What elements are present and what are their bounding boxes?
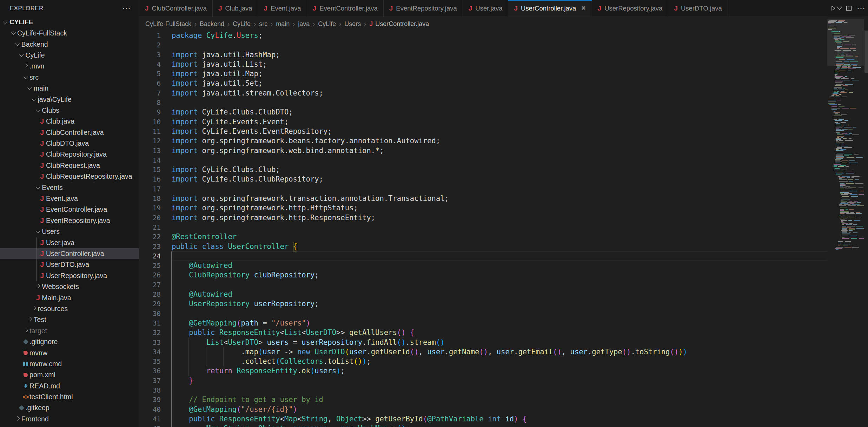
code-line[interactable]: 36return ResponseEntity.ok(users); <box>139 366 864 376</box>
tab-event-java[interactable]: JEvent.java <box>258 0 307 17</box>
breadcrumb-item[interactable]: Users <box>344 20 361 28</box>
code-line[interactable]: 16import CyLife.Clubs.ClubRepository; <box>139 175 864 184</box>
line-number[interactable]: 29 <box>139 299 172 309</box>
code-line-content[interactable]: @RestController <box>172 232 864 242</box>
code-line[interactable]: 18import org.springframework.transaction… <box>139 194 864 203</box>
tab-userdto-java[interactable]: JUserDTO.java <box>668 0 728 17</box>
run-button[interactable] <box>830 5 841 11</box>
folder-chevron-icon[interactable] <box>31 96 38 103</box>
code-line-content[interactable]: public class UserController { <box>172 242 864 251</box>
tree-item-mvnw-cmd[interactable]: mvnw.cmd <box>0 359 139 369</box>
code-line[interactable]: 30 <box>139 309 864 318</box>
code-line[interactable]: 32public ResponseEntity<List<UserDTO>> g… <box>139 328 864 337</box>
code-line[interactable]: 21 <box>139 223 864 232</box>
tree-item-pom-xml[interactable]: pom.xml <box>0 369 139 380</box>
code-line[interactable]: 29UserRepository userRepository; <box>139 299 864 309</box>
code-line-content[interactable] <box>172 40 864 50</box>
tree-item-read-md[interactable]: READ.md <box>0 381 139 392</box>
code-line[interactable]: 9import CyLife.Clubs.ClubDTO; <box>139 107 864 117</box>
tree-item-main[interactable]: main <box>0 83 139 94</box>
tab-club-java[interactable]: JClub.java <box>213 0 258 17</box>
folder-chevron-icon[interactable] <box>26 316 33 324</box>
tree-item-users[interactable]: Users <box>0 226 139 237</box>
code-line-content[interactable]: return ResponseEntity.ok(users); <box>172 366 864 376</box>
code-line-content[interactable]: import java.util.List; <box>172 60 864 69</box>
tab-eventrepository-java[interactable]: JEventRepository.java <box>384 0 463 17</box>
line-number[interactable]: 1 <box>139 31 172 40</box>
tree-item-clubs[interactable]: Clubs <box>0 105 139 116</box>
line-number[interactable]: 30 <box>139 309 172 318</box>
line-number[interactable]: 21 <box>139 223 172 232</box>
more-actions-icon[interactable]: ⋯ <box>857 7 865 10</box>
tree-item-clubrepository-java[interactable]: JClubRepository.java <box>0 149 139 160</box>
line-number[interactable]: 6 <box>139 79 172 88</box>
breadcrumb-item[interactable]: main <box>276 20 290 28</box>
scrollbar-thumb[interactable] <box>864 31 868 73</box>
code-line[interactable]: 31@GetMapping(path = "/users") <box>139 318 864 328</box>
tab-usercontroller-java[interactable]: JUserController.java✕ <box>508 0 592 17</box>
folder-chevron-icon[interactable] <box>34 283 41 291</box>
code-line[interactable]: 33List<UserDTO> users = userRepository.f… <box>139 338 864 347</box>
folder-chevron-icon[interactable] <box>22 73 29 81</box>
tree-item-src[interactable]: src <box>0 72 139 83</box>
code-line[interactable]: 19import org.springframework.http.HttpSt… <box>139 203 864 213</box>
code-line[interactable]: 28@Autowired <box>139 290 864 299</box>
code-line-content[interactable]: package CyLife.Users; <box>172 31 864 40</box>
breadcrumb-item[interactable]: CyLife <box>233 20 251 28</box>
line-number[interactable]: 18 <box>139 194 172 203</box>
code-line-content[interactable]: import java.util.stream.Collectors; <box>172 88 864 98</box>
line-number[interactable]: 4 <box>139 60 172 69</box>
code-line-content[interactable] <box>172 251 864 261</box>
minimap[interactable] <box>827 17 864 427</box>
tree-item-java-cylife[interactable]: java\CyLife <box>0 94 139 105</box>
tree-item-cylife[interactable]: CyLife <box>0 50 139 61</box>
folder-chevron-icon[interactable] <box>14 40 21 48</box>
breadcrumb-item[interactable]: Backend <box>200 20 224 28</box>
tree-item-eventrepository-java[interactable]: JEventRepository.java <box>0 215 139 226</box>
line-number[interactable]: 33 <box>139 338 172 347</box>
code-line[interactable]: 12import org.springframework.beans.facto… <box>139 136 864 146</box>
code-line[interactable]: 1package CyLife.Users; <box>139 31 864 40</box>
tree-item-resources[interactable]: resources <box>0 303 139 314</box>
code-line-content[interactable]: public ResponseEntity<List<UserDTO>> get… <box>172 328 864 337</box>
line-number[interactable]: 34 <box>139 347 172 357</box>
tree-item--gitkeep[interactable]: .gitkeep <box>0 402 139 413</box>
breadcrumb-item[interactable]: CyLife-FullStack <box>145 20 191 28</box>
code-line-content[interactable]: import CyLife.Events.Event; <box>172 117 864 127</box>
tree-item-userdto-java[interactable]: JUserDTO.java <box>0 259 139 270</box>
code-line-content[interactable]: import java.util.Map; <box>172 69 864 79</box>
code-line[interactable]: 17 <box>139 184 864 194</box>
code-line-content[interactable]: import org.springframework.beans.factory… <box>172 136 864 146</box>
tree-item-mvnw[interactable]: mvnw <box>0 347 139 358</box>
line-number[interactable]: 7 <box>139 88 172 98</box>
tree-item-event-java[interactable]: JEvent.java <box>0 193 139 204</box>
code-line[interactable]: 37} <box>139 376 864 386</box>
code-area[interactable]: 1package CyLife.Users;23import java.util… <box>139 31 864 427</box>
code-line-content[interactable]: Map<String, Object> response = new HashM… <box>172 424 864 427</box>
folder-chevron-icon[interactable] <box>10 29 17 37</box>
code-line[interactable]: 42Map<String, Object> response = new Has… <box>139 424 864 427</box>
code-line[interactable]: 4import java.util.List; <box>139 60 864 69</box>
code-line-content[interactable] <box>172 98 864 107</box>
code-line-content[interactable]: @GetMapping("/user/{id}") <box>172 405 864 414</box>
code-line[interactable]: 39// Endpoint to get a user by id <box>139 395 864 405</box>
code-line[interactable]: 6import java.util.Set; <box>139 79 864 88</box>
code-line[interactable]: 5import java.util.Map; <box>139 69 864 79</box>
tree-item-clubcontroller-java[interactable]: JClubController.java <box>0 127 139 138</box>
code-line-content[interactable]: import CyLife.Clubs.ClubRepository; <box>172 175 864 184</box>
code-line[interactable]: 35.collect(Collectors.toList()); <box>139 357 864 366</box>
line-number[interactable]: 24 <box>139 251 172 261</box>
tree-item-websockets[interactable]: Websockets <box>0 281 139 292</box>
code-line[interactable]: 13import org.springframework.web.bind.an… <box>139 146 864 156</box>
split-editor-button[interactable] <box>846 5 852 11</box>
code-line[interactable]: 8 <box>139 98 864 107</box>
tree-item--mvn[interactable]: .mvn <box>0 61 139 72</box>
line-number[interactable]: 35 <box>139 357 172 366</box>
line-number[interactable]: 32 <box>139 328 172 337</box>
code-line[interactable]: 14 <box>139 156 864 165</box>
folder-chevron-icon[interactable] <box>34 228 41 236</box>
code-line[interactable]: 34.map(user -> new UserDTO(user.getUserI… <box>139 347 864 357</box>
code-line-content[interactable]: @Autowired <box>172 261 864 270</box>
line-number[interactable]: 25 <box>139 261 172 270</box>
line-number[interactable]: 16 <box>139 175 172 184</box>
